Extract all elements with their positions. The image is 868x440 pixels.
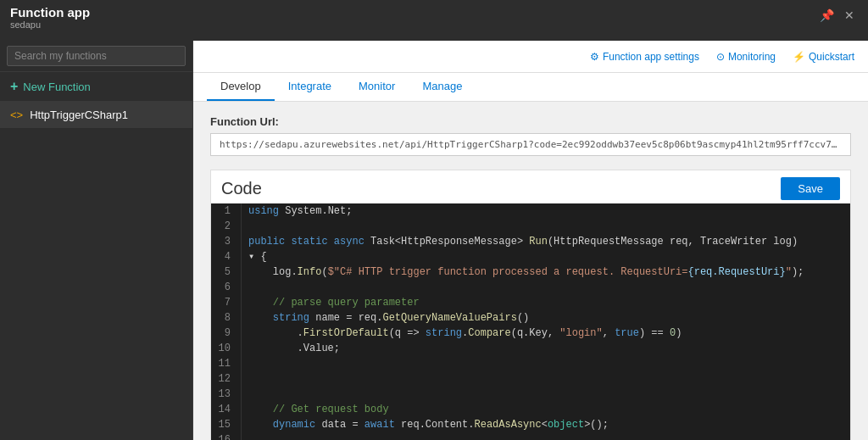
content-area: ⚙ Function app settings ⊙ Monitoring ⚡ Q…: [193, 41, 868, 440]
code-section: Code Save 1 using System.Net; 2 3 public…: [210, 170, 851, 440]
code-line-10: 10 .Value;: [211, 341, 850, 356]
new-function-button[interactable]: + New Function: [0, 72, 192, 102]
title-bar-left: Function app sedapu: [10, 5, 90, 30]
tab-integrate[interactable]: Integrate: [275, 73, 345, 101]
app-title: Function app: [10, 5, 90, 19]
monitoring-link[interactable]: ⊙ Monitoring: [716, 51, 776, 63]
code-line-15: 15 dynamic data = await req.Content.Read…: [211, 417, 850, 432]
quickstart-link[interactable]: ⚡ Quickstart: [793, 51, 854, 63]
code-line-14: 14 // Get request body: [211, 402, 850, 417]
code-editor[interactable]: 1 using System.Net; 2 3 public static as…: [211, 203, 850, 440]
function-url-label: Function Url:: [210, 115, 851, 128]
code-line-16: 16: [211, 432, 850, 440]
code-line-2: 2: [211, 219, 850, 234]
pin-icon[interactable]: 📌: [816, 7, 837, 24]
code-title: Code: [221, 179, 262, 198]
title-bar: Function app sedapu 📌 ✕: [0, 0, 868, 41]
function-name-label: HttpTriggerCSharp1: [30, 109, 128, 121]
function-app-settings-link[interactable]: ⚙ Function app settings: [590, 51, 699, 63]
plus-icon: +: [10, 79, 18, 94]
code-header: Code Save: [211, 170, 850, 203]
code-line-8: 8 string name = req.GetQueryNameValuePai…: [211, 310, 850, 326]
sidebar: + New Function <> HttpTriggerCSharp1: [0, 41, 193, 440]
code-line-12: 12: [211, 371, 850, 387]
tab-manage[interactable]: Manage: [409, 73, 476, 101]
function-url-value: https://sedapu.azurewebsites.net/api/Htt…: [210, 133, 851, 156]
code-line-13: 13: [211, 387, 850, 402]
settings-icon: ⚙: [590, 51, 599, 63]
function-content: Function Url: https://sedapu.azurewebsit…: [193, 102, 868, 440]
code-line-3: 3 public static async Task<HttpResponseM…: [211, 234, 850, 249]
search-box: [0, 41, 192, 72]
close-icon[interactable]: ✕: [841, 7, 858, 24]
new-function-label: New Function: [23, 81, 90, 93]
main-layout: + New Function <> HttpTriggerCSharp1 ⚙ F…: [0, 41, 868, 440]
search-input[interactable]: [7, 46, 186, 66]
code-line-6: 6: [211, 280, 850, 295]
function-item-httptriggercsharp1[interactable]: <> HttpTriggerCSharp1: [0, 102, 192, 128]
quickstart-icon: ⚡: [793, 51, 805, 63]
monitoring-icon: ⊙: [716, 51, 725, 63]
action-bar: ⚙ Function app settings ⊙ Monitoring ⚡ Q…: [193, 41, 868, 73]
code-line-9: 9 .FirstOrDefault(q => string.Compare(q.…: [211, 326, 850, 341]
code-line-1: 1 using System.Net;: [211, 203, 850, 219]
tab-develop[interactable]: Develop: [207, 73, 275, 101]
app-subtitle: sedapu: [10, 19, 90, 30]
title-bar-right: 📌 ✕: [816, 5, 858, 24]
tabs-bar: Develop Integrate Monitor Manage: [193, 73, 868, 102]
function-code-icon: <>: [10, 109, 23, 121]
tab-monitor[interactable]: Monitor: [345, 73, 409, 101]
code-line-11: 11: [211, 356, 850, 371]
code-line-4: 4 ▾ {: [211, 249, 850, 265]
code-line-7: 7 // parse query parameter: [211, 295, 850, 310]
save-button[interactable]: Save: [781, 177, 840, 200]
code-line-5: 5 log.Info($"C# HTTP trigger function pr…: [211, 265, 850, 280]
